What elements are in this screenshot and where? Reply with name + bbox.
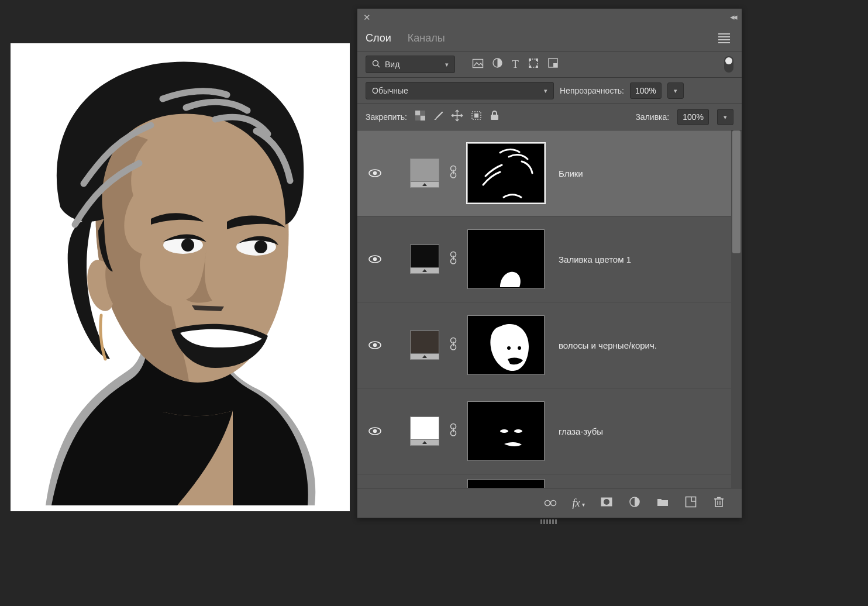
svg-rect-16 <box>415 111 421 116</box>
link-icon <box>446 166 460 181</box>
opacity-label: Непрозрачность: <box>560 86 624 95</box>
svg-point-2 <box>181 239 194 252</box>
shape-filter-icon[interactable] <box>528 58 539 71</box>
layer-row[interactable]: Блики <box>357 130 742 216</box>
close-icon[interactable]: ✕ <box>363 13 371 22</box>
fill-chevron[interactable]: ▾ <box>717 109 733 125</box>
blend-mode-value: Обычные <box>372 86 408 95</box>
visibility-icon[interactable] <box>366 253 384 266</box>
visibility-icon[interactable] <box>366 339 384 352</box>
search-icon <box>372 60 380 70</box>
panel-resize-grip[interactable] <box>537 519 560 525</box>
mask-thumbnail[interactable] <box>467 143 545 203</box>
lock-artboard-icon[interactable] <box>471 111 482 123</box>
mask-thumbnail[interactable] <box>467 315 545 375</box>
lock-all-icon[interactable] <box>490 111 499 123</box>
svg-point-3 <box>254 240 267 253</box>
svg-rect-61 <box>551 500 556 505</box>
svg-rect-9 <box>529 58 531 61</box>
layer-row[interactable]: Заливка цветом 1 <box>357 216 742 302</box>
fx-icon[interactable]: fx▾ <box>572 497 585 509</box>
fill-input[interactable]: 100% <box>677 109 709 125</box>
svg-point-53 <box>514 429 522 433</box>
fill-value: 100% <box>683 112 704 122</box>
svg-rect-66 <box>715 499 722 507</box>
new-adjustment-icon[interactable] <box>628 497 641 510</box>
svg-rect-65 <box>686 497 696 507</box>
svg-point-39 <box>373 343 377 346</box>
svg-line-5 <box>378 65 380 67</box>
svg-rect-19 <box>415 116 421 121</box>
smartobject-filter-icon[interactable] <box>548 58 558 71</box>
svg-rect-12 <box>536 66 538 68</box>
link-layers-icon[interactable] <box>544 497 557 509</box>
svg-point-33 <box>373 257 377 260</box>
adjustment-filter-icon[interactable] <box>492 58 502 71</box>
layers-panel: ✕ ◂◂ Слои Каналы Вид ▾ <box>357 8 742 518</box>
svg-rect-14 <box>553 63 557 67</box>
panel-bottom-bar: fx▾ <box>357 488 742 518</box>
layer-name[interactable]: глаза-зубы <box>559 426 603 436</box>
link-icon <box>446 423 460 439</box>
svg-point-4 <box>373 60 378 66</box>
fill-thumbnail[interactable] <box>410 416 439 446</box>
fill-label: Заливка: <box>635 112 669 122</box>
scroll-thumb[interactable] <box>732 130 740 253</box>
layer-filter-select[interactable]: Вид ▾ <box>366 56 455 73</box>
tab-layers[interactable]: Слои <box>366 32 391 44</box>
scrollbar[interactable] <box>731 130 742 518</box>
svg-point-47 <box>373 429 377 432</box>
image-filter-icon[interactable] <box>473 58 483 71</box>
panel-menu-icon[interactable] <box>715 30 733 47</box>
link-icon <box>446 338 460 353</box>
svg-rect-60 <box>545 500 550 505</box>
chevron-down-icon: ▾ <box>445 61 449 68</box>
layer-row[interactable]: глаза-зубы <box>357 388 742 474</box>
fill-thumbnail[interactable] <box>410 159 439 188</box>
svg-rect-11 <box>529 66 531 68</box>
collapse-icon[interactable]: ◂◂ <box>730 12 736 22</box>
layer-name[interactable]: Блики <box>559 168 583 178</box>
layer-list: БликиЗаливка цветом 1волосы и черные/кор… <box>357 130 742 518</box>
svg-rect-18 <box>420 111 425 116</box>
svg-point-45 <box>518 346 521 350</box>
layer-name[interactable]: волосы и черные/корич. <box>559 340 657 350</box>
fill-thumbnail[interactable] <box>410 330 439 360</box>
lock-pixels-icon[interactable] <box>415 111 425 123</box>
document-canvas[interactable] <box>11 43 350 511</box>
mask-thumbnail[interactable] <box>467 229 545 289</box>
delete-icon[interactable] <box>712 497 725 510</box>
svg-line-20 <box>437 112 442 118</box>
lock-brush-icon[interactable] <box>433 111 443 123</box>
svg-point-27 <box>373 171 377 174</box>
layer-row[interactable]: волосы и черные/корич. <box>357 302 742 388</box>
type-filter-icon[interactable]: T <box>512 58 519 71</box>
layer-filter-label: Вид <box>385 60 399 69</box>
opacity-chevron[interactable]: ▾ <box>667 82 684 99</box>
svg-point-44 <box>507 346 511 350</box>
blend-mode-select[interactable]: Обычные ▾ <box>366 82 554 99</box>
visibility-icon[interactable] <box>366 167 384 180</box>
layer-name[interactable]: Заливка цветом 1 <box>559 254 631 264</box>
link-icon <box>446 252 460 267</box>
svg-point-63 <box>604 499 609 505</box>
new-group-icon[interactable] <box>656 497 669 509</box>
svg-rect-17 <box>420 116 425 121</box>
opacity-input[interactable]: 100% <box>630 82 662 99</box>
mask-thumbnail[interactable] <box>467 401 545 461</box>
svg-rect-10 <box>536 58 538 61</box>
panel-tabs: Слои Каналы <box>357 25 742 51</box>
tab-channels[interactable]: Каналы <box>408 32 445 44</box>
opacity-value: 100% <box>635 86 656 95</box>
chevron-down-icon: ▾ <box>544 87 547 95</box>
svg-rect-25 <box>491 115 498 120</box>
filter-toggle[interactable] <box>724 56 733 73</box>
fill-thumbnail[interactable] <box>410 245 439 274</box>
svg-point-52 <box>500 429 508 433</box>
lock-label: Закрепить: <box>366 112 407 122</box>
visibility-icon[interactable] <box>366 425 384 438</box>
svg-rect-24 <box>474 113 478 118</box>
new-layer-icon[interactable] <box>684 497 697 510</box>
add-mask-icon[interactable] <box>600 497 613 509</box>
lock-position-icon[interactable] <box>452 110 463 124</box>
